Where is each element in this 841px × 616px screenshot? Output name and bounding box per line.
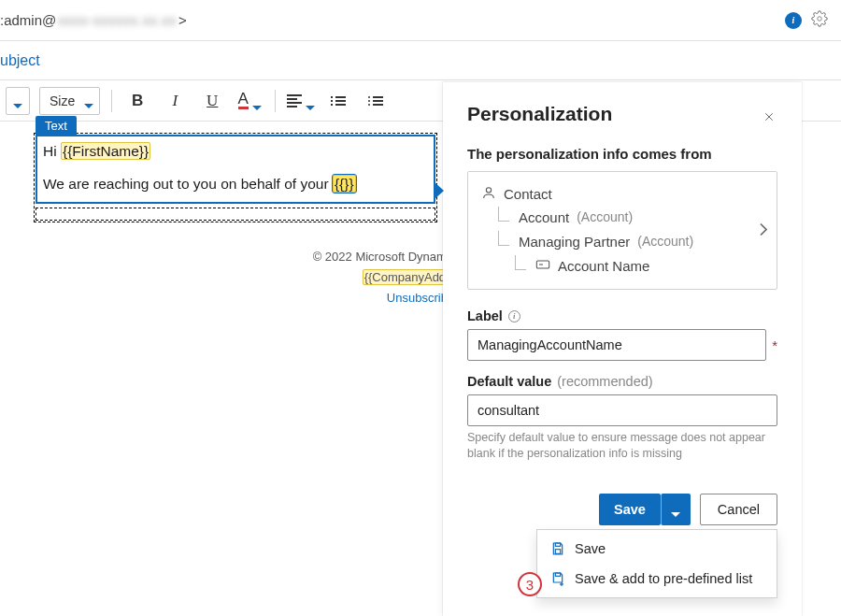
font-size-select[interactable]: Size xyxy=(39,87,100,115)
numbered-list-button[interactable] xyxy=(324,87,352,115)
chevron-down-icon xyxy=(671,505,680,514)
default-value-label: Default value xyxy=(467,374,551,389)
save-dropdown-menu: Save Save & add to pre-defined list xyxy=(536,529,777,598)
svg-point-0 xyxy=(818,17,822,21)
greeting-text: Hi xyxy=(43,143,61,159)
align-button[interactable] xyxy=(287,87,315,115)
tree-sublabel: (Account) xyxy=(637,234,693,249)
label-field-label: Label xyxy=(467,308,503,323)
tree-account[interactable]: Account (Account) xyxy=(498,205,763,229)
default-value-field-group: Default value (recommended) Specify defa… xyxy=(467,374,777,462)
svg-point-3 xyxy=(486,188,491,193)
subject-row[interactable]: ubject xyxy=(0,41,841,80)
dropdown-save-add[interactable]: Save & add to pre-defined list xyxy=(537,564,777,594)
source-heading: The personalization info comes from xyxy=(467,146,777,162)
chevron-right-icon[interactable] xyxy=(760,222,767,238)
tree-root-contact[interactable]: Contact xyxy=(481,183,763,205)
label-field-group: Label i * xyxy=(467,308,777,361)
default-value-help: Specify default value to ensure message … xyxy=(467,430,777,462)
tree-label: Account Name xyxy=(558,258,649,274)
layout-outer[interactable]: Text Hi {{FirstName}} We are reaching ou… xyxy=(34,133,437,222)
email-paragraph[interactable]: We are reaching out to you on behalf of … xyxy=(43,175,428,194)
empty-block[interactable] xyxy=(36,208,435,221)
step-marker-3: 3 xyxy=(518,572,542,596)
tree-label: Contact xyxy=(504,186,552,202)
panel-buttons: Save Cancel xyxy=(467,494,777,525)
save-add-icon xyxy=(550,571,565,586)
dropdown-save[interactable]: Save xyxy=(537,534,777,564)
chevron-down-icon xyxy=(306,96,315,106)
font-family-select[interactable] xyxy=(6,87,30,115)
font-color-button[interactable]: A xyxy=(235,87,264,115)
gear-icon[interactable] xyxy=(811,10,828,30)
top-bar: :admin@ xxxx-xxxxxx.xx.xx > i xyxy=(0,0,841,41)
label-input[interactable] xyxy=(467,329,766,361)
italic-button[interactable]: I xyxy=(161,87,189,115)
tree-account-name[interactable]: Account Name xyxy=(515,253,763,278)
sender-suffix: > xyxy=(178,12,187,28)
text-field-icon xyxy=(535,257,550,275)
save-split-button: Save xyxy=(599,494,691,525)
tree-label: Account xyxy=(519,209,569,225)
person-icon xyxy=(481,185,496,203)
sender-blurred: xxxx-xxxxxx.xx.xx xyxy=(58,12,177,28)
dropdown-save-add-label: Save & add to pre-defined list xyxy=(575,571,752,586)
save-button[interactable]: Save xyxy=(599,494,661,525)
entity-path-box[interactable]: Contact Account (Account) Managing Partn… xyxy=(467,171,777,290)
panel-pointer-arrow xyxy=(434,181,444,200)
panel-title: Personalization xyxy=(467,103,761,125)
tree-connector xyxy=(498,207,509,222)
tree-sublabel: (Account) xyxy=(577,209,633,224)
chevron-down-icon xyxy=(84,96,93,106)
cancel-button[interactable]: Cancel xyxy=(700,494,777,525)
email-paragraph[interactable]: Hi {{FirstName}} xyxy=(43,142,428,162)
sender-address: :admin@ xxxx-xxxxxx.xx.xx > xyxy=(0,12,187,28)
save-icon xyxy=(550,541,565,556)
tree-managing-partner[interactable]: Managing Partner (Account) xyxy=(498,229,763,253)
default-value-input[interactable] xyxy=(467,394,777,426)
tree-label: Managing Partner xyxy=(519,234,630,250)
dropdown-save-label: Save xyxy=(575,541,606,556)
required-asterisk: * xyxy=(772,337,777,353)
block-type-tag: Text xyxy=(36,116,77,136)
info-icon[interactable]: i xyxy=(785,12,802,29)
toolbar-separator xyxy=(111,90,112,112)
body-text: We are reaching out to you on behalf of … xyxy=(43,176,333,192)
subject-placeholder: ubject xyxy=(0,52,40,69)
default-value-hint: (recommended) xyxy=(557,374,652,389)
save-split-chevron[interactable] xyxy=(661,494,691,525)
bold-button[interactable]: B xyxy=(123,87,151,115)
svg-rect-7 xyxy=(555,549,560,553)
size-label: Size xyxy=(50,93,75,108)
tree-connector xyxy=(515,255,526,270)
svg-rect-6 xyxy=(555,543,560,546)
personalization-panel: Personalization The personalization info… xyxy=(443,82,802,616)
svg-rect-8 xyxy=(555,573,560,576)
bulleted-list-button[interactable] xyxy=(362,87,390,115)
sender-prefix: :admin@ xyxy=(0,12,56,28)
underline-button[interactable]: U xyxy=(198,87,226,115)
token-empty-active[interactable]: {{}} xyxy=(333,175,356,193)
chevron-down-icon xyxy=(252,96,262,106)
close-icon[interactable] xyxy=(761,106,777,122)
toolbar-separator xyxy=(275,90,276,112)
text-block-selected[interactable]: Text Hi {{FirstName}} We are reaching ou… xyxy=(36,135,435,204)
info-icon[interactable]: i xyxy=(508,310,520,322)
token-firstname[interactable]: {{FirstName}} xyxy=(61,142,150,160)
tree-connector xyxy=(498,231,509,246)
chevron-down-icon xyxy=(13,96,22,106)
